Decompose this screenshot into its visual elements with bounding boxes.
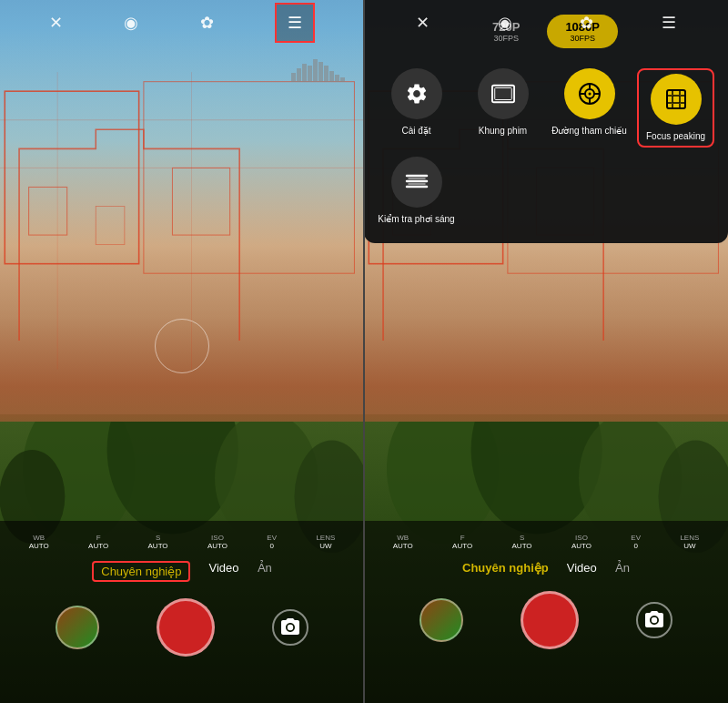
- settings-menu-label: Cài đặt: [401, 125, 430, 137]
- f-setting: F AUTO: [88, 534, 108, 550]
- f-label-right: F: [460, 534, 465, 542]
- frame-menu-icon: [478, 68, 529, 119]
- f-label: F: [96, 534, 101, 542]
- ev-label: EV: [267, 534, 277, 542]
- mode-video-left[interactable]: Video: [208, 561, 238, 582]
- focus-peaking-menu-icon: [651, 74, 702, 125]
- ev-value: 0: [269, 542, 273, 550]
- mode-an-right[interactable]: Ản: [615, 561, 630, 575]
- s-label-right: S: [520, 534, 524, 542]
- lens-value: UW: [319, 542, 331, 550]
- gallery-thumbnail-right[interactable]: [420, 598, 463, 642]
- wb-setting: WB AUTO: [29, 534, 49, 550]
- iso-label-right: ISO: [575, 534, 588, 542]
- mode-video-right[interactable]: Video: [567, 561, 597, 575]
- ev-value-right: 0: [633, 542, 637, 550]
- menu-button-highlighted[interactable]: ☰: [275, 3, 315, 43]
- svg-rect-21: [329, 71, 334, 82]
- eye-icon[interactable]: ◉: [124, 13, 138, 33]
- mode-tabs-right: Chuyên nghiệp Video Ản: [364, 554, 728, 582]
- menu-item-reference[interactable]: Đường tham chiếu: [551, 68, 628, 148]
- histogram: [291, 55, 346, 82]
- svg-rect-36: [494, 88, 511, 100]
- svg-rect-53: [672, 96, 680, 103]
- ev-label-right: EV: [631, 534, 641, 542]
- iso-value-right: AUTO: [571, 542, 592, 550]
- menu-item-focus-peaking[interactable]: Focus peaking: [637, 68, 714, 148]
- shutter-button-left[interactable]: [157, 598, 215, 657]
- frame-menu-label: Khung phim: [479, 125, 527, 137]
- share-icon[interactable]: ✿: [200, 13, 214, 33]
- wb-label-right: WB: [397, 534, 409, 542]
- focus-circle: [155, 319, 209, 373]
- svg-rect-1: [144, 82, 355, 274]
- shutter-button-right[interactable]: [521, 591, 579, 649]
- panel-divider: [363, 0, 365, 703]
- svg-rect-20: [324, 66, 329, 82]
- exposure-menu-label: Kiểm tra phơi sáng: [378, 213, 454, 225]
- right-camera-panel: ✕ ◉ ✿ ☰ 720P 30FPS 1080P 30FPS: [364, 0, 728, 703]
- menu-item-settings[interactable]: Cài đặt: [378, 68, 455, 148]
- mode-an-left[interactable]: Ản: [258, 561, 272, 582]
- iso-setting-right: ISO AUTO: [571, 534, 592, 550]
- bottom-controls-left: WB AUTO F AUTO S AUTO ISO AUTO EV 0: [0, 521, 364, 703]
- s-label: S: [156, 534, 160, 542]
- svg-rect-6: [29, 187, 67, 235]
- lens-label-right: LENS: [680, 534, 699, 542]
- svg-rect-0: [5, 91, 138, 263]
- gallery-thumbnail-left[interactable]: [56, 606, 99, 649]
- svg-rect-17: [308, 66, 312, 82]
- bottom-controls-right: WB AUTO F AUTO S AUTO ISO AUTO EV 0: [364, 521, 728, 703]
- lens-setting: LENS UW: [316, 534, 335, 550]
- lens-label: LENS: [316, 534, 335, 542]
- flash-icon[interactable]: ✕: [49, 13, 63, 33]
- menu-icon-right[interactable]: ☰: [662, 13, 676, 33]
- mode-professional-left[interactable]: Chuyên nghiệp: [92, 561, 190, 582]
- s-setting: S AUTO: [148, 534, 168, 550]
- settings-row-left: WB AUTO F AUTO S AUTO ISO AUTO EV 0: [0, 526, 364, 554]
- mode-professional-right[interactable]: Chuyên nghiệp: [462, 561, 549, 575]
- iso-setting: ISO AUTO: [207, 534, 228, 550]
- lens-value-right: UW: [683, 542, 695, 550]
- svg-rect-22: [335, 75, 339, 82]
- wb-setting-right: WB AUTO: [393, 534, 413, 550]
- iso-value: AUTO: [207, 542, 228, 550]
- svg-rect-16: [302, 64, 307, 82]
- menu-item-exposure[interactable]: Kiểm tra phơi sáng: [378, 157, 455, 225]
- left-camera-panel: ✕ ◉ ✿ ☰ WB AUTO F AUTO S AUTO: [0, 0, 364, 703]
- iso-label: ISO: [211, 534, 224, 542]
- s-value-right: AUTO: [512, 542, 532, 550]
- top-toolbar-left: ✕ ◉ ✿ ☰: [0, 0, 364, 46]
- svg-point-59: [651, 617, 656, 623]
- flash-icon-right[interactable]: ✕: [416, 13, 430, 33]
- eye-icon-right[interactable]: ◉: [498, 13, 512, 33]
- bottom-buttons-right: [364, 582, 728, 658]
- svg-rect-15: [297, 68, 301, 82]
- s-value: AUTO: [148, 542, 168, 550]
- settings-row-right: WB AUTO F AUTO S AUTO ISO AUTO EV 0: [364, 526, 728, 554]
- exposure-menu-icon: [391, 157, 442, 208]
- menu-icon: ☰: [288, 13, 302, 33]
- f-value-right: AUTO: [452, 542, 472, 550]
- wb-value: AUTO: [29, 542, 49, 550]
- share-icon-right[interactable]: ✿: [580, 13, 593, 33]
- settings-menu-icon: [391, 68, 442, 119]
- camera-switch-button-left[interactable]: [272, 609, 308, 646]
- svg-rect-19: [318, 62, 323, 82]
- svg-rect-7: [172, 168, 229, 235]
- svg-point-39: [588, 93, 591, 96]
- svg-rect-44: [667, 90, 685, 108]
- svg-rect-23: [340, 77, 345, 82]
- ev-setting: EV 0: [267, 534, 277, 550]
- svg-rect-18: [313, 59, 318, 82]
- wb-value-right: AUTO: [393, 542, 413, 550]
- menu-grid-row2: Kiểm tra phơi sáng: [373, 157, 719, 234]
- mode-tabs-left: Chuyên nghiệp Video Ản: [0, 554, 364, 589]
- f-value: AUTO: [88, 542, 108, 550]
- camera-switch-button-right[interactable]: [636, 602, 672, 638]
- menu-item-frame[interactable]: Khung phim: [464, 68, 541, 148]
- menu-grid-row1: Cài đặt Khung phim: [373, 68, 719, 148]
- ev-setting-right: EV 0: [631, 534, 641, 550]
- lens-setting-right: LENS UW: [680, 534, 699, 550]
- wb-label: WB: [33, 534, 45, 542]
